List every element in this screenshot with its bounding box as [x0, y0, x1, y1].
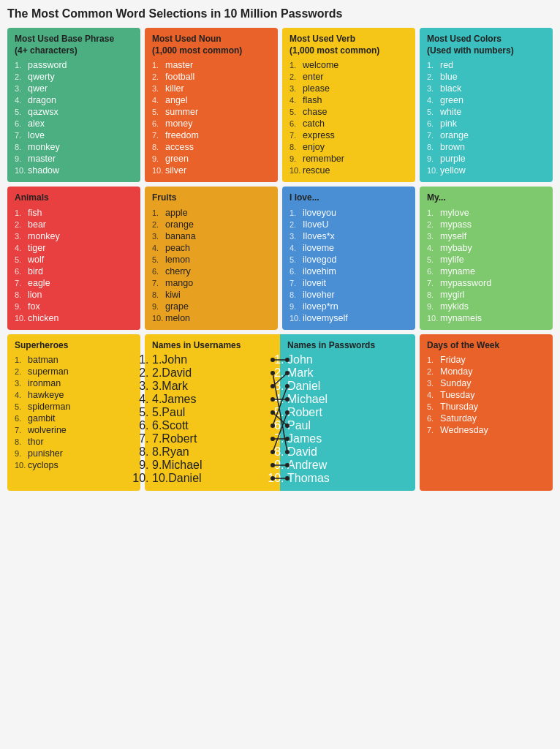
list-item: 4.angel	[152, 94, 270, 106]
list-text: James	[162, 393, 196, 405]
list-number: 5.	[427, 402, 440, 411]
colors-heading: Most Used Colors (Used with numbers)	[427, 34, 545, 56]
list-number: 5.	[152, 255, 165, 264]
list-number: 6.	[15, 414, 28, 423]
list-text: football	[165, 72, 194, 82]
list-number: 10.	[15, 314, 28, 323]
list-item: 10.chicken	[15, 312, 133, 324]
list-number: 8.	[15, 437, 28, 446]
list-number: 6.	[15, 119, 28, 128]
list-text: Friday	[440, 355, 466, 365]
noun-heading: Most Used Noun (1,000 most common)	[152, 34, 270, 56]
list-item: Andrew	[287, 459, 408, 472]
list-item: 3.Sunday	[427, 377, 545, 389]
list-number: 5.	[427, 108, 440, 116]
list-text: mybaby	[440, 243, 472, 253]
list-item: 7.freedom	[152, 129, 270, 141]
list-number: 7.	[152, 279, 165, 287]
animals-card: Animals 1.fish2.bear3.monkey4.tiger5.wol…	[7, 187, 140, 330]
ilove-card: I love... 1.iloveyou2.IloveU3.Iloves*x4.…	[282, 187, 415, 330]
list-number: 1.	[427, 208, 440, 217]
list-text: flash	[303, 95, 322, 105]
list-number: 3.	[427, 232, 440, 241]
animals-heading: Animals	[15, 192, 133, 204]
list-item: 8.iloveher	[290, 289, 408, 301]
list-text: summer	[165, 107, 198, 117]
list-text: shadow	[28, 165, 59, 176]
list-number: 2.	[15, 72, 28, 81]
list-number: 2.	[15, 220, 28, 229]
list-item: 7.Wednesday	[427, 424, 545, 436]
list-number: 3.	[15, 379, 28, 388]
list-text: lion	[28, 290, 42, 300]
list-item: 3.Mark	[152, 380, 273, 393]
list-text: peach	[165, 243, 190, 253]
list-number: 7.	[427, 131, 440, 140]
list-text: monkey	[28, 142, 60, 152]
list-item: 5.wolf	[15, 254, 133, 266]
list-text: catch	[303, 118, 325, 129]
names-passwords-heading: Names in Passwords	[287, 340, 408, 350]
list-number: 7.	[290, 279, 303, 287]
list-number: 7.	[152, 131, 165, 140]
list-text: wolverine	[28, 425, 67, 435]
list-item: 9.fox	[15, 301, 133, 312]
list-number: 1.	[427, 61, 440, 69]
list-number: 2.	[427, 220, 440, 229]
list-number: 9.	[152, 459, 162, 471]
names-usernames-card: Names in Usernames 1.John2.David3.Mark4.…	[145, 334, 280, 491]
list-item: 5.chase	[290, 106, 408, 118]
list-item: 7.Robert	[152, 432, 273, 445]
list-number: 3.	[427, 379, 440, 388]
list-number: 2.	[427, 72, 440, 81]
list-item: 10.shadow	[15, 165, 133, 176]
list-number: 5.	[15, 255, 28, 264]
list-item: 9.green	[152, 153, 270, 165]
list-item: 2.mypass	[427, 219, 545, 230]
list-number: 7.	[427, 426, 440, 434]
list-item: 5.ilovegod	[290, 254, 408, 266]
list-item: 3.Iloves*x	[290, 230, 408, 242]
list-text: ilovegod	[303, 255, 337, 265]
days-heading: Days of the Week	[427, 340, 545, 352]
list-number: 9.	[15, 154, 28, 163]
list-number: 9.	[290, 302, 303, 311]
list-number: 4.	[15, 391, 28, 399]
list-item: 9.master	[15, 153, 133, 165]
list-item: 8.lion	[15, 289, 133, 301]
list-text: Thursday	[440, 402, 478, 412]
list-text: monkey	[28, 231, 60, 241]
list-text: mynameis	[440, 313, 482, 323]
list-number: 6.	[152, 119, 165, 128]
list-text: brown	[440, 142, 465, 152]
list-text: grape	[165, 301, 189, 312]
list-number: 5.	[152, 406, 162, 418]
list-text: master	[165, 60, 193, 70]
list-number: 4.	[152, 244, 165, 252]
list-text: alex	[28, 118, 45, 129]
list-number: 6.	[427, 267, 440, 276]
list-text: kiwi	[165, 290, 181, 300]
list-item: Robert	[287, 406, 408, 419]
list-number: 1.	[290, 208, 303, 217]
list-text: dragon	[28, 95, 56, 105]
list-item: 1.apple	[152, 207, 270, 219]
list-text: Michael	[162, 459, 202, 471]
list-text: mypass	[440, 219, 472, 230]
list-item: 3.banana	[152, 230, 270, 242]
fruits-heading: Fruits	[152, 192, 270, 204]
list-item: 10.ilovemyself	[290, 312, 408, 324]
list-number: 10.	[152, 314, 165, 323]
list-item: 1.iloveyou	[290, 207, 408, 219]
list-number: 9.	[427, 154, 440, 163]
list-text: Monday	[440, 366, 472, 377]
list-item: 6.catch	[290, 118, 408, 129]
list-number: 10.	[152, 166, 165, 175]
list-text: Robert	[162, 432, 197, 445]
list-text: mygirl	[440, 290, 464, 300]
list-number: 6.	[290, 267, 303, 276]
list-number: 9.	[290, 154, 303, 163]
list-item: 8.brown	[427, 141, 545, 153]
list-item: 1.fish	[15, 207, 133, 219]
list-item: 2.Monday	[427, 366, 545, 377]
